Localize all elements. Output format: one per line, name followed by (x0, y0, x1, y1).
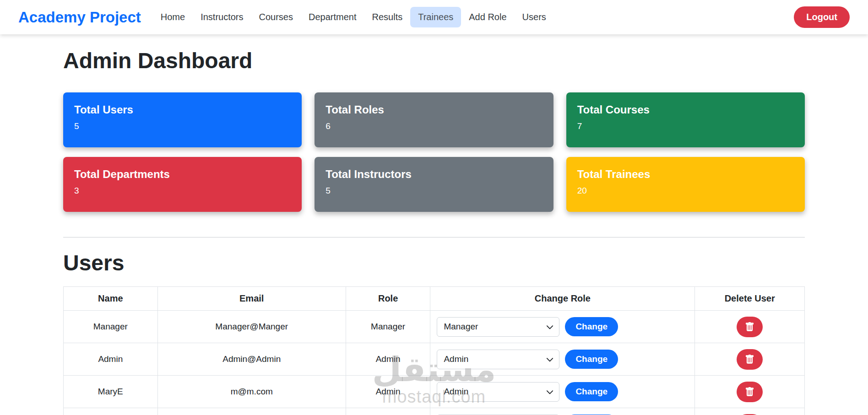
trash-icon (745, 322, 754, 332)
change-role-button[interactable]: Change (565, 317, 618, 336)
table-row: MaryE m@m.com Admin Admin Change (64, 376, 805, 408)
stat-label: Total Instructors (326, 168, 542, 181)
main-nav: Home Instructors Courses Department Resu… (153, 7, 554, 27)
table-header-row: Name Email Role Change Role Delete User (64, 287, 805, 311)
delete-user-button[interactable] (737, 349, 763, 370)
stat-label: Total Courses (577, 103, 794, 116)
nav-item-instructors[interactable]: Instructors (193, 7, 251, 27)
role-select-value: Admin (444, 387, 468, 397)
delete-user-button[interactable] (737, 317, 763, 337)
chevron-down-icon (546, 356, 554, 364)
main-content: Admin Dashboard Total Users 5 Total Role… (0, 48, 868, 415)
change-role-button[interactable]: Change (565, 350, 618, 369)
users-section-title: Users (63, 250, 805, 275)
cell-name: Admin (64, 343, 158, 376)
cell-name: MaryE (64, 376, 158, 408)
cell-email (157, 408, 346, 415)
stat-label: Total Users (74, 103, 291, 116)
nav-item-home[interactable]: Home (153, 7, 193, 27)
stat-card-total-users: Total Users 5 (63, 92, 302, 147)
nav-item-courses[interactable]: Courses (251, 7, 301, 27)
cell-name (64, 408, 158, 415)
col-header-change-role: Change Role (430, 287, 695, 311)
cell-email: m@m.com (157, 376, 346, 408)
col-header-role: Role (346, 287, 430, 311)
users-table: Name Email Role Change Role Delete User … (63, 286, 805, 415)
change-role-button[interactable]: Change (565, 382, 618, 401)
role-select[interactable]: Manager (437, 317, 559, 337)
delete-user-button[interactable] (737, 382, 763, 402)
table-row: Change (64, 408, 805, 415)
cell-role: Manager (346, 311, 430, 343)
col-header-delete-user: Delete User (695, 287, 805, 311)
role-select-value: Manager (444, 322, 478, 332)
stat-label: Total Roles (326, 103, 542, 116)
table-row: Admin Admin@Admin Admin Admin Change (64, 343, 805, 376)
stat-card-total-instructors: Total Instructors 5 (315, 157, 553, 212)
stat-card-total-roles: Total Roles 6 (315, 92, 553, 147)
role-select[interactable]: Admin (437, 350, 559, 369)
stats-grid: Total Users 5 Total Roles 6 Total Course… (63, 92, 805, 212)
table-row: Manager Manager@Manger Manager Manager C… (64, 311, 805, 343)
logout-button[interactable]: Logout (794, 6, 850, 28)
nav-item-users[interactable]: Users (515, 7, 554, 27)
change-role-controls: Admin Change (430, 382, 694, 402)
cell-email: Admin@Admin (157, 343, 346, 376)
cell-name: Manager (64, 311, 158, 343)
page-title: Admin Dashboard (63, 48, 805, 73)
brand-logo[interactable]: Academy Project (18, 9, 141, 26)
stat-card-total-departments: Total Departments 3 (63, 157, 302, 212)
stat-value: 3 (74, 186, 291, 196)
chevron-down-icon (546, 388, 554, 396)
stat-value: 5 (74, 121, 291, 131)
stat-value: 20 (577, 186, 794, 196)
change-role-controls: Admin Change (430, 350, 694, 369)
change-role-controls: Manager Change (430, 317, 694, 337)
col-header-name: Name (64, 287, 158, 311)
stat-card-total-trainees: Total Trainees 20 (566, 157, 805, 212)
cell-role: Admin (346, 376, 430, 408)
stat-value: 7 (577, 121, 794, 131)
col-header-email: Email (157, 287, 346, 311)
nav-item-department[interactable]: Department (301, 7, 364, 27)
stat-label: Total Departments (74, 168, 291, 181)
role-select-value: Admin (444, 354, 468, 364)
nav-item-trainees[interactable]: Trainees (410, 7, 461, 27)
nav-item-results[interactable]: Results (364, 7, 411, 27)
stat-card-total-courses: Total Courses 7 (566, 92, 805, 147)
role-select[interactable]: Admin (437, 382, 559, 402)
cell-email: Manager@Manger (157, 311, 346, 343)
cell-role: Admin (346, 343, 430, 376)
trash-icon (745, 355, 754, 364)
stat-label: Total Trainees (577, 168, 794, 181)
stat-value: 5 (326, 186, 542, 196)
stat-value: 6 (326, 121, 542, 131)
cell-role (346, 408, 430, 415)
nav-item-add-role[interactable]: Add Role (461, 7, 514, 27)
chevron-down-icon (546, 323, 554, 331)
section-divider (63, 237, 805, 237)
top-navbar: Academy Project Home Instructors Courses… (0, 0, 868, 34)
trash-icon (745, 387, 754, 397)
